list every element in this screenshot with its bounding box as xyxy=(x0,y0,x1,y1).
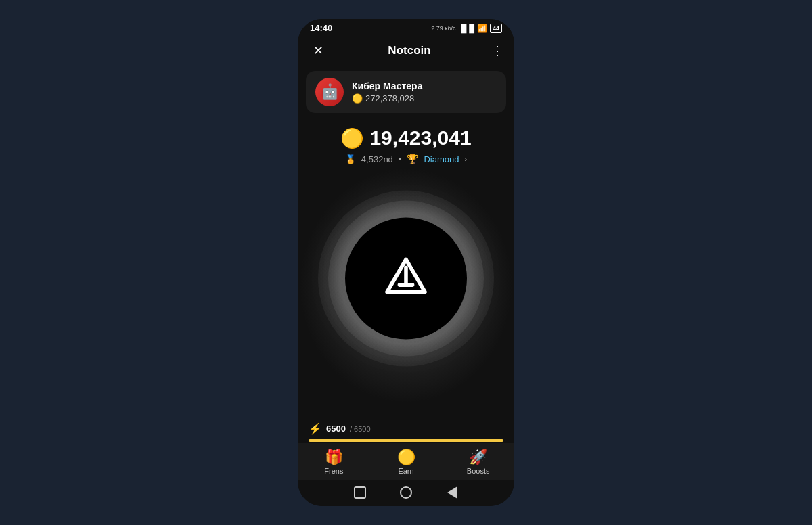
notcoin-logo-svg xyxy=(379,251,433,305)
battery-icon: 44 xyxy=(490,24,502,33)
earn-label: Earn xyxy=(398,467,413,475)
lightning-icon: ⚡ xyxy=(309,422,322,435)
league-info: Кибер Мастера 🟡 272,378,028 xyxy=(352,81,422,104)
rank-dot: • xyxy=(399,154,402,164)
rank-value: 4,532nd xyxy=(361,154,393,164)
energy-current: 6500 xyxy=(326,424,346,434)
status-time: 14:40 xyxy=(310,23,332,33)
status-icons: 2.79 кб/с ▐▌█ 📶 44 xyxy=(431,24,502,33)
league-badge: Diamond xyxy=(424,154,459,164)
boosts-icon: 🚀 xyxy=(469,450,487,465)
league-name: Кибер Мастера xyxy=(352,81,422,91)
league-avatar: 🤖 xyxy=(315,78,344,106)
energy-bar: ⚡ 6500 / 6500 xyxy=(298,422,514,439)
coin-balance: 🟡 19,423,041 xyxy=(340,127,471,150)
signal-icon: ▐▌█ xyxy=(459,24,474,32)
earn-icon: 🟡 xyxy=(397,450,415,465)
boosts-label: Boosts xyxy=(467,467,490,475)
notcoin-button-container xyxy=(328,200,484,356)
frens-icon: 🎁 xyxy=(325,450,343,465)
wifi-icon: 📶 xyxy=(477,24,487,33)
balance-number: 19,423,041 xyxy=(369,127,471,150)
speed-indicator: 2.79 кб/с xyxy=(431,25,455,32)
nav-earn[interactable]: 🟡 Earn xyxy=(370,447,443,478)
energy-progress-fill xyxy=(309,439,503,442)
frens-label: Frens xyxy=(324,467,343,475)
chevron-right-icon: › xyxy=(464,155,467,163)
nav-boosts[interactable]: 🚀 Boosts xyxy=(442,447,514,478)
coin-dot: 🟡 xyxy=(352,93,363,104)
balance-coin-icon: 🟡 xyxy=(340,127,364,150)
league-coins-value: 272,378,028 xyxy=(365,93,414,104)
energy-progress-track xyxy=(309,439,503,442)
laurel-left: 🏅 xyxy=(345,154,356,164)
bottom-section: ⚡ 6500 / 6500 🎁 Frens 🟡 Earn 🚀 Boosts xyxy=(298,422,514,480)
bottom-nav: 🎁 Frens 🟡 Earn 🚀 Boosts xyxy=(298,443,514,480)
app-title: Notcoin xyxy=(388,44,430,58)
phone-frame: 14:40 2.79 кб/с ▐▌█ 📶 44 ✕ Notcoin ⋮ 🤖 К… xyxy=(298,19,514,506)
app-header: ✕ Notcoin ⋮ xyxy=(298,36,514,66)
menu-button[interactable]: ⋮ xyxy=(491,43,503,58)
close-button[interactable]: ✕ xyxy=(309,41,328,60)
android-square-btn[interactable] xyxy=(353,486,367,499)
notcoin-tap-button[interactable] xyxy=(345,217,467,339)
energy-max: / 6500 xyxy=(350,425,371,433)
android-back-btn[interactable] xyxy=(445,486,459,499)
trophy-icon: 🏆 xyxy=(407,154,418,164)
avatar-emoji: 🤖 xyxy=(321,83,339,101)
android-nav xyxy=(298,480,514,506)
league-coins: 🟡 272,378,028 xyxy=(352,93,422,104)
nav-frens[interactable]: 🎁 Frens xyxy=(298,447,370,478)
glow-ring xyxy=(328,200,484,356)
status-bar: 14:40 2.79 кб/с ▐▌█ 📶 44 xyxy=(298,19,514,36)
android-home-btn[interactable] xyxy=(399,486,413,499)
main-content: 🟡 19,423,041 🏅 4,532nd • 🏆 Diamond › xyxy=(298,118,514,422)
league-card[interactable]: 🤖 Кибер Мастера 🟡 272,378,028 xyxy=(306,71,506,113)
rank-row: 🏅 4,532nd • 🏆 Diamond › xyxy=(345,154,467,164)
